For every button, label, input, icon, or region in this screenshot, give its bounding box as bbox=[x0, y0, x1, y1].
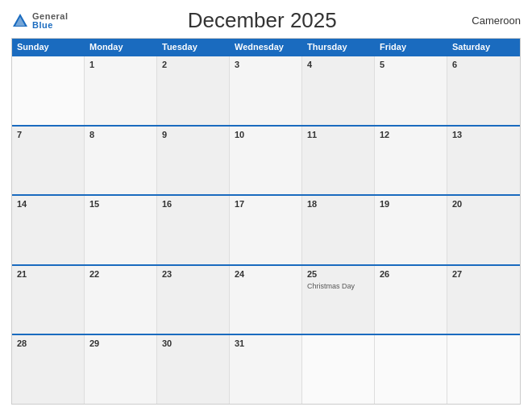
day-event: Christmas Day bbox=[307, 282, 369, 290]
day-number: 27 bbox=[452, 269, 515, 279]
week-row-4: 2122232425Christmas Day2627 bbox=[12, 264, 520, 334]
header-friday: Friday bbox=[375, 39, 447, 55]
day-number: 31 bbox=[235, 338, 297, 348]
header-wednesday: Wednesday bbox=[230, 39, 302, 55]
day-cell-2-4: 18 bbox=[302, 196, 375, 264]
calendar-header: General Blue December 2025 Cameroon bbox=[11, 8, 521, 33]
day-cell-2-0: 14 bbox=[12, 196, 85, 264]
header-saturday: Saturday bbox=[447, 39, 520, 55]
day-cell-2-3: 17 bbox=[230, 196, 302, 264]
day-cell-3-0: 21 bbox=[12, 266, 85, 334]
day-number: 6 bbox=[452, 60, 515, 69]
day-cell-4-5 bbox=[375, 335, 447, 404]
day-number: 5 bbox=[380, 60, 442, 69]
day-number: 7 bbox=[17, 130, 79, 139]
day-cell-4-2: 30 bbox=[157, 335, 230, 404]
logo-text: General Blue bbox=[32, 12, 68, 30]
day-cell-0-4: 4 bbox=[302, 56, 375, 125]
calendar-weeks: 1234567891011121314151617181920212223242… bbox=[12, 55, 520, 404]
day-cell-1-3: 10 bbox=[230, 127, 302, 195]
day-number: 3 bbox=[235, 60, 297, 69]
day-headers-row: Sunday Monday Tuesday Wednesday Thursday… bbox=[12, 39, 520, 55]
day-cell-1-0: 7 bbox=[12, 127, 85, 195]
day-number: 10 bbox=[235, 130, 297, 139]
header-sunday: Sunday bbox=[12, 39, 85, 55]
day-number: 24 bbox=[235, 269, 297, 279]
day-cell-4-1: 29 bbox=[85, 335, 157, 404]
day-number: 29 bbox=[89, 338, 152, 348]
day-number: 22 bbox=[89, 269, 152, 279]
day-number: 13 bbox=[452, 130, 515, 139]
day-number: 11 bbox=[307, 130, 369, 139]
day-cell-3-6: 27 bbox=[447, 266, 520, 334]
header-thursday: Thursday bbox=[302, 39, 375, 55]
day-number: 17 bbox=[235, 199, 297, 209]
day-cell-1-1: 8 bbox=[85, 127, 157, 195]
day-cell-2-2: 16 bbox=[157, 196, 230, 264]
day-number: 8 bbox=[89, 130, 152, 139]
day-number: 16 bbox=[162, 199, 224, 209]
day-number: 30 bbox=[162, 338, 224, 348]
day-number: 19 bbox=[380, 199, 442, 209]
day-number: 25 bbox=[307, 269, 369, 279]
day-number: 9 bbox=[162, 130, 224, 139]
day-number: 2 bbox=[162, 60, 224, 69]
day-cell-3-2: 23 bbox=[157, 266, 230, 334]
day-number: 21 bbox=[17, 269, 79, 279]
day-number: 18 bbox=[307, 199, 369, 209]
week-row-2: 78910111213 bbox=[12, 125, 520, 195]
calendar-title: December 2025 bbox=[68, 8, 456, 33]
day-cell-3-1: 22 bbox=[85, 266, 157, 334]
day-number: 15 bbox=[89, 199, 152, 209]
logo-blue-text: Blue bbox=[32, 21, 68, 30]
week-row-5: 28293031 bbox=[12, 334, 520, 404]
day-cell-0-5: 5 bbox=[375, 56, 447, 125]
day-cell-0-3: 3 bbox=[230, 56, 302, 125]
day-number: 28 bbox=[17, 338, 79, 348]
day-cell-4-4 bbox=[302, 335, 375, 404]
logo: General Blue bbox=[11, 12, 68, 30]
day-cell-1-4: 11 bbox=[302, 127, 375, 195]
day-cell-3-5: 26 bbox=[375, 266, 447, 334]
day-cell-4-3: 31 bbox=[230, 335, 302, 404]
day-number: 23 bbox=[162, 269, 224, 279]
day-cell-0-1: 1 bbox=[85, 56, 157, 125]
day-number: 4 bbox=[307, 60, 369, 69]
day-number: 1 bbox=[89, 60, 152, 69]
day-cell-1-5: 12 bbox=[375, 127, 447, 195]
day-cell-3-4: 25Christmas Day bbox=[302, 266, 375, 334]
day-cell-2-1: 15 bbox=[85, 196, 157, 264]
day-number: 20 bbox=[452, 199, 515, 209]
day-cell-2-6: 20 bbox=[447, 196, 520, 264]
day-cell-3-3: 24 bbox=[230, 266, 302, 334]
day-cell-4-0: 28 bbox=[12, 335, 85, 404]
week-row-1: 123456 bbox=[12, 55, 520, 125]
country-label: Cameroon bbox=[456, 15, 521, 27]
day-cell-0-0 bbox=[12, 56, 85, 125]
day-cell-1-6: 13 bbox=[447, 127, 520, 195]
day-cell-4-6 bbox=[447, 335, 520, 404]
calendar-grid: Sunday Monday Tuesday Wednesday Thursday… bbox=[11, 38, 521, 405]
day-cell-2-5: 19 bbox=[375, 196, 447, 264]
calendar-page: General Blue December 2025 Cameroon Sund… bbox=[0, 0, 532, 411]
day-number: 12 bbox=[380, 130, 442, 139]
logo-icon bbox=[11, 12, 29, 30]
week-row-3: 14151617181920 bbox=[12, 194, 520, 264]
day-number: 14 bbox=[17, 199, 79, 209]
day-number: 26 bbox=[380, 269, 442, 279]
logo-general-text: General bbox=[32, 12, 68, 21]
header-tuesday: Tuesday bbox=[157, 39, 230, 55]
day-cell-0-6: 6 bbox=[447, 56, 520, 125]
day-cell-0-2: 2 bbox=[157, 56, 230, 125]
header-monday: Monday bbox=[85, 39, 157, 55]
day-cell-1-2: 9 bbox=[157, 127, 230, 195]
